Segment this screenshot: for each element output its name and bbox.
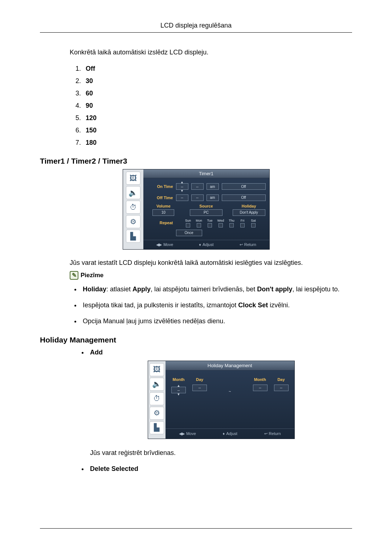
list-item: 180: [83, 139, 352, 147]
time-icon[interactable]: ⏱: [150, 392, 164, 405]
day-tue[interactable]: Tue: [205, 219, 215, 227]
day-fri[interactable]: Fri: [238, 219, 247, 227]
sound-icon[interactable]: 🔈: [150, 378, 164, 391]
picture-icon[interactable]: 🖼: [150, 363, 164, 376]
time-icon[interactable]: ⏱: [126, 201, 140, 214]
list-item: 150: [83, 127, 352, 134]
holiday-value[interactable]: Don't Apply: [233, 209, 265, 216]
source-label: Source: [199, 204, 213, 208]
osd-title: Timer1: [143, 169, 269, 178]
off-time-ampm[interactable]: am: [207, 194, 219, 201]
intro-paragraph: Konkrētā laikā automātiski izslēdz LCD d…: [70, 49, 352, 56]
osd-sidebar: 🖼 🔈 ⏱ ⚙ ▙: [148, 361, 166, 439]
holiday-list: Add 🖼 🔈 ⏱ ⚙ ▙ Holiday Management: [88, 348, 352, 473]
repeat-value[interactable]: Once: [176, 230, 202, 236]
on-time-status[interactable]: Off: [222, 183, 266, 190]
start-day-label: Day: [196, 377, 203, 382]
holiday-add-item: Add 🖼 🔈 ⏱ ⚙ ▙ Holiday Management: [88, 348, 352, 457]
end-month-label: Month: [254, 377, 266, 382]
on-time-label: On Time: [147, 184, 173, 189]
volume-value[interactable]: 10: [152, 209, 174, 216]
on-time-ampm[interactable]: am: [207, 183, 219, 190]
note-bullet-holiday: Holiday: atlasiet Apply, lai atspējotu t…: [81, 285, 352, 294]
holiday-label: Holiday: [242, 204, 256, 208]
note-bullet-manual: Opcija Manual ļauj jums izvēlēties nedēļ…: [81, 317, 352, 325]
day-thu[interactable]: Thu: [227, 219, 236, 227]
delete-selected-label: Delete Selected: [90, 465, 138, 472]
timer-section-title: Timer1 / Timer2 / Timer3: [40, 157, 352, 165]
auto-off-list: Off 30 60 90 120 150 180: [83, 65, 352, 147]
footer-move: ◀▶ Move: [179, 431, 196, 436]
off-time-hour[interactable]: --: [176, 194, 188, 201]
multi-icon[interactable]: ▙: [150, 421, 164, 434]
note-bullet-clock: Iespējota tikai tad, ja pulkstenis ir ie…: [81, 301, 352, 309]
on-time-min[interactable]: --: [191, 183, 204, 190]
list-item: Off: [83, 65, 352, 73]
day-sun[interactable]: Sun: [183, 219, 193, 227]
holiday-paragraph: Jūs varat reģistrēt brīvdienas.: [90, 448, 352, 457]
option-30: 30: [86, 77, 93, 85]
timer-osd: 🖼 🔈 ⏱ ⚙ ▙ Timer1 On Time ▲ --▼ -- am Off: [123, 169, 270, 250]
start-month-label: Month: [173, 377, 185, 382]
osd-title: Holiday Management: [166, 361, 294, 371]
option-150: 150: [86, 127, 97, 134]
page-header: LCD displeja regulēšana: [40, 22, 352, 33]
sound-icon[interactable]: 🔈: [126, 186, 140, 199]
start-day-field[interactable]: --: [192, 385, 207, 391]
holiday-delete-item: Delete Selected: [88, 464, 352, 473]
footer-move: ◀▶ Move: [156, 242, 173, 247]
option-off: Off: [86, 65, 95, 72]
note-label: Piezīme: [81, 272, 103, 279]
note-icon: ✎: [70, 271, 78, 280]
option-60: 60: [86, 90, 93, 97]
end-day-field[interactable]: --: [274, 385, 289, 391]
timer-paragraph: Jūs varat iestatīt LCD displeju konkrētā…: [70, 259, 352, 267]
end-day-label: Day: [277, 377, 285, 382]
holiday-section-title: Holiday Management: [40, 336, 352, 344]
add-label: Add: [90, 349, 103, 356]
list-item: 120: [83, 114, 352, 122]
footer-return: ↩ Return: [264, 431, 281, 436]
day-sat[interactable]: Sat: [249, 219, 258, 227]
volume-label: Volume: [156, 204, 171, 208]
footer-return: ↩ Return: [240, 242, 256, 247]
off-time-min[interactable]: --: [191, 194, 204, 201]
range-separator: ~: [229, 377, 231, 395]
repeat-label: Repeat: [147, 221, 173, 225]
osd-sidebar: 🖼 🔈 ⏱ ⚙ ▙: [123, 169, 143, 249]
footer-adjust: ♦ Adjust: [199, 242, 213, 247]
off-time-status[interactable]: Off: [222, 194, 266, 201]
note-bullets: Holiday: atlasiet Apply, lai atspējotu t…: [81, 285, 352, 326]
setup-icon[interactable]: ⚙: [126, 215, 140, 228]
day-wed[interactable]: Wed: [216, 219, 225, 227]
multi-icon[interactable]: ▙: [126, 230, 140, 243]
off-time-label: Off Time: [147, 196, 173, 200]
picture-icon[interactable]: 🖼: [126, 172, 140, 185]
option-90: 90: [86, 102, 93, 109]
footer-adjust: ♦ Adjust: [223, 431, 237, 436]
end-month-field[interactable]: --: [253, 385, 268, 391]
list-item: 60: [83, 90, 352, 97]
list-item: 30: [83, 77, 352, 85]
footer-rule: [40, 528, 352, 529]
holiday-osd: 🖼 🔈 ⏱ ⚙ ▙ Holiday Management Mon: [148, 361, 295, 439]
list-item: 90: [83, 102, 352, 110]
setup-icon[interactable]: ⚙: [150, 407, 164, 420]
option-120: 120: [86, 114, 97, 122]
source-value[interactable]: PC: [190, 209, 222, 216]
day-mon[interactable]: Mon: [194, 219, 204, 227]
option-180: 180: [86, 139, 97, 146]
